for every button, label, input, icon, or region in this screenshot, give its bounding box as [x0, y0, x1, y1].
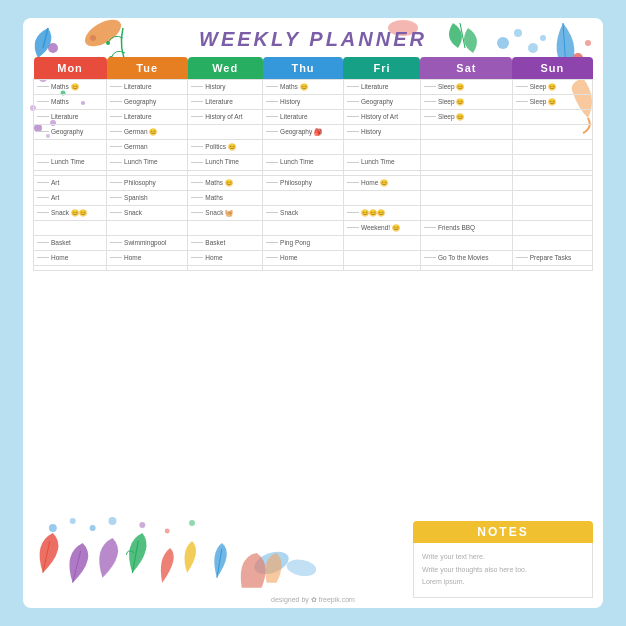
svg-point-24 — [285, 557, 317, 578]
th-mon: Mon — [34, 57, 107, 80]
cell-sun-5 — [512, 155, 592, 170]
cell-thu-5: Lunch Time — [263, 155, 344, 170]
th-fri: Fri — [343, 57, 420, 80]
cell-wed-7: Maths 😊 — [188, 175, 263, 190]
cell-sun-7 — [512, 175, 592, 190]
cell-text: History of Art — [205, 112, 242, 121]
cell-wed-0: History — [188, 80, 263, 95]
cell-thu-1: History — [263, 95, 344, 110]
cell-text: Literature — [124, 112, 151, 121]
notes-header: NOTES — [413, 521, 593, 543]
cell-mon-7: Art — [34, 175, 107, 190]
cell-tue-8: Spanish — [107, 190, 188, 205]
cell-text: Basket — [51, 238, 71, 247]
cell-text: Geography — [124, 97, 156, 106]
cell-thu-4 — [263, 140, 344, 155]
table-row: LiteratureLiteratureHistory of ArtLitera… — [34, 110, 593, 125]
cell-text: Literature — [51, 112, 78, 121]
cell-sat-7 — [420, 175, 512, 190]
cell-mon-10 — [34, 220, 107, 235]
cell-text: Literature — [361, 82, 388, 91]
th-sun: Sun — [512, 57, 592, 80]
notes-section: NOTES Write your text here. Write your t… — [413, 521, 593, 598]
cell-fri-4 — [343, 140, 420, 155]
cell-mon-0: Maths 😊 — [34, 80, 107, 95]
cell-sun-13 — [512, 266, 592, 271]
cell-wed-11: Basket — [188, 235, 263, 250]
cell-text: Sleep 😊 — [530, 82, 556, 91]
notes-placeholder: Write your text here. Write your thought… — [422, 553, 527, 585]
cell-tue-7: Philosophy — [107, 175, 188, 190]
cell-fri-12 — [343, 251, 420, 266]
svg-point-23 — [251, 547, 291, 578]
cell-sat-0: Sleep 😊 — [420, 80, 512, 95]
cell-tue-10 — [107, 220, 188, 235]
table-row: GermanPolitics 😊 — [34, 140, 593, 155]
cell-text: Home — [51, 253, 68, 262]
cell-text: German 😊 — [124, 127, 157, 136]
cell-thu-13 — [263, 266, 344, 271]
cell-text: Snack 🧺 — [205, 208, 233, 217]
cell-wed-1: Literature — [188, 95, 263, 110]
cell-sun-10 — [512, 220, 592, 235]
cell-sun-12: Prepare Tasks — [512, 251, 592, 266]
table-row: Snack 😊😊SnackSnack 🧺Snack😊😊😊 — [34, 205, 593, 220]
cell-text: Art — [51, 193, 59, 202]
cell-text: Home — [280, 253, 297, 262]
cell-mon-13 — [34, 266, 107, 271]
cell-text: Art — [51, 178, 59, 187]
cell-mon-9: Snack 😊😊 — [34, 205, 107, 220]
cell-text: Sleep 😊 — [438, 97, 464, 106]
cell-sat-12: Go To the Movies — [420, 251, 512, 266]
cell-text: Lunch Time — [51, 157, 85, 166]
svg-point-30 — [165, 529, 170, 534]
cell-tue-9: Snack — [107, 205, 188, 220]
svg-point-29 — [139, 522, 145, 528]
cell-text: Maths — [51, 97, 69, 106]
cell-text: 😊😊😊 — [361, 208, 385, 217]
th-thu: Thu — [263, 57, 344, 80]
cell-text: Maths 😊 — [205, 178, 233, 187]
cell-text: History — [280, 97, 300, 106]
cell-fri-10: Weekend! 😊 — [343, 220, 420, 235]
cell-text: Snack 😊😊 — [51, 208, 87, 217]
cell-thu-7: Philosophy — [263, 175, 344, 190]
cell-thu-3: Geography 🎒 — [263, 125, 344, 140]
cell-text: Snack — [280, 208, 298, 217]
planner-card: WEEKLY PLANNER MonTueWedThuFriSatSun Mat… — [23, 18, 603, 608]
cell-text: Prepare Tasks — [530, 253, 571, 262]
cell-mon-12: Home — [34, 251, 107, 266]
cell-fri-8 — [343, 190, 420, 205]
cell-mon-2: Literature — [34, 110, 107, 125]
cell-thu-0: Maths 😊 — [263, 80, 344, 95]
cell-sun-0: Sleep 😊 — [512, 80, 592, 95]
cell-sun-1: Sleep 😊 — [512, 95, 592, 110]
cell-thu-11: Ping Pong — [263, 235, 344, 250]
cell-text: Basket — [205, 238, 225, 247]
cell-wed-4: Politics 😊 — [188, 140, 263, 155]
svg-point-28 — [109, 517, 117, 525]
cell-text: Geography — [361, 97, 393, 106]
cell-text: Literature — [280, 112, 307, 121]
cell-text: Lunch Time — [124, 157, 158, 166]
cell-sat-4 — [420, 140, 512, 155]
table-row: HomeHomeHomeHomeGo To the MoviesPrepare … — [34, 251, 593, 266]
cell-sun-8 — [512, 190, 592, 205]
cell-text: Maths — [205, 193, 223, 202]
cell-sat-3 — [420, 125, 512, 140]
cell-wed-3 — [188, 125, 263, 140]
svg-point-31 — [189, 520, 195, 526]
notes-body[interactable]: Write your text here. Write your thought… — [413, 543, 593, 598]
cell-tue-5: Lunch Time — [107, 155, 188, 170]
cell-mon-5: Lunch Time — [34, 155, 107, 170]
cell-text: History — [205, 82, 225, 91]
cell-wed-10 — [188, 220, 263, 235]
cell-mon-8: Art — [34, 190, 107, 205]
cell-text: Philosophy — [124, 178, 156, 187]
cell-text: Politics 😊 — [205, 142, 235, 151]
cell-text: Home — [205, 253, 222, 262]
cell-fri-2: History of Art — [343, 110, 420, 125]
cell-text: Sleep 😊 — [530, 97, 556, 106]
table-row: Lunch TimeLunch TimeLunch TimeLunch Time… — [34, 155, 593, 170]
cell-text: Geography — [51, 127, 83, 136]
